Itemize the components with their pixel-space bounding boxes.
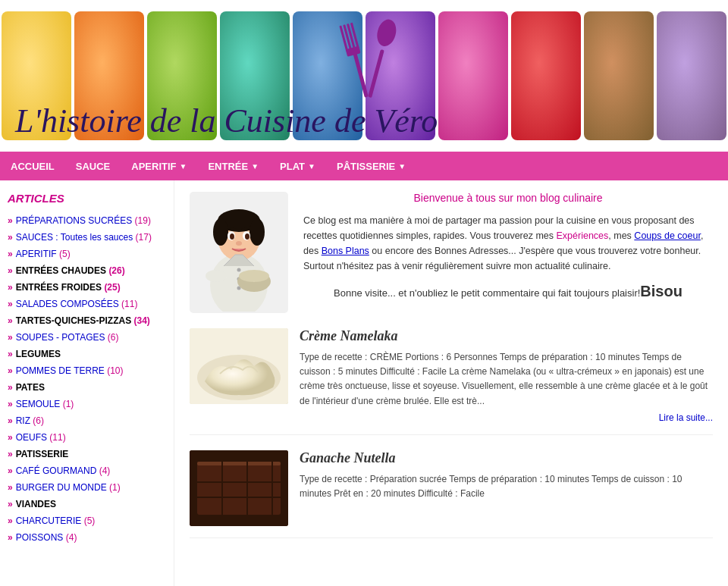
bullet-icon: » [8,347,13,361]
nav-sauce[interactable]: SAUCE [65,152,121,180]
chef-illustration [190,192,288,313]
macaron-pink [438,11,508,140]
bullet-icon: » [8,464,13,478]
chocolate-image [190,450,288,526]
article-thumb-namelaka [190,328,288,404]
sidebar-link-riz[interactable]: RIZ (6) [16,414,44,428]
sidebar-item-salades: » SALADES COMPOSÉES (11) [8,297,166,311]
sidebar-link-entrees-chaudes[interactable]: ENTRÉES CHAUDES (26) [16,264,125,277]
aperitif-dropdown-arrow: ▼ [180,162,187,171]
sidebar-link-tartes[interactable]: TARTES-QUICHES-PIZZAS (34) [16,314,150,327]
sidebar-item-patisserie: » PATISSERIE [8,447,166,461]
article-content-nutella: Ganache Nutella Type de recette : Prépar… [300,450,713,526]
read-more-namelaka-link[interactable]: Lire la suite... [659,412,713,423]
bullet-icon: » [8,364,13,378]
nav-plat[interactable]: PLAT ▼ [269,152,326,180]
bullet-icon: » [8,497,13,511]
svg-point-19 [237,268,241,271]
bullet-icon: » [8,397,13,411]
article-desc-nutella: Type de recette : Préparation sucrée Tem… [300,472,713,501]
header-banner: L'histoire de la Cuisine de Véro [0,0,728,152]
sidebar-link-viandes[interactable]: VIANDES [16,497,56,511]
article-thumb-nutella [190,450,288,526]
sidebar-link-salades[interactable]: SALADES COMPOSÉES (11) [16,297,138,311]
main-layout: ARTICLES » PRÉPARATIONS SUCRÉES (19) » S… [0,180,728,586]
svg-point-23 [239,270,269,282]
welcome-closing: Bonne visite... et n'oubliez le petit co… [303,283,713,300]
article-ganache-nutella: Ganache Nutella Type de recette : Prépar… [190,450,713,538]
entree-dropdown-arrow: ▼ [251,162,259,171]
sidebar-link-aperitif[interactable]: APERITIF (5) [16,247,71,261]
nav-patisserie[interactable]: PÂTISSERIE ▼ [326,152,416,180]
sidebar-link-cafe-gourmand[interactable]: CAFÉ GOURMAND (4) [16,464,111,478]
bullet-icon: » [8,230,13,244]
sidebar-link-preparations-sucrees[interactable]: PRÉPARATIONS SUCRÉES (19) [16,214,151,227]
svg-point-18 [236,241,242,246]
sidebar-item-burger: » BURGER DU MONDE (1) [8,481,166,494]
article-title-nutella: Ganache Nutella [300,450,713,466]
sidebar-link-oeufs[interactable]: OEUFS (11) [16,431,66,444]
svg-rect-29 [197,462,281,465]
coups-de-coeur-link[interactable]: Coups de coeur [634,230,701,241]
sidebar-item-soupes: » SOUPES - POTAGES (6) [8,331,166,344]
sidebar-item-tartes: » TARTES-QUICHES-PIZZAS (34) [8,314,166,327]
sidebar-item-entrees-froides: » ENTRÉES FROIDES (25) [8,280,166,294]
sidebar-item-aperitif: » APERITIF (5) [8,247,166,261]
sidebar-link-entrees-froides[interactable]: ENTRÉES FROIDES (25) [16,280,121,294]
bons-plans-link[interactable]: Bons Plans [322,246,369,256]
sidebar-link-soupes[interactable]: SOUPES - POTAGES (6) [16,331,119,344]
sidebar-title: ARTICLES [8,192,166,205]
nav-entree[interactable]: ENTRÉE ▼ [197,152,269,180]
svg-point-12 [213,218,228,246]
sidebar-item-legumes: » LEGUMES [8,347,166,361]
read-more-namelaka: Lire la suite... [300,412,713,423]
bullet-icon: » [8,331,13,344]
bullet-icon: » [8,247,13,261]
sidebar-item-pommes-de-terre: » POMMES DE TERRE (10) [8,364,166,378]
sidebar-link-burger[interactable]: BURGER DU MONDE (1) [16,481,121,494]
sidebar-item-viandes: » VIANDES [8,497,166,511]
sidebar-link-legumes[interactable]: LEGUMES [16,347,61,361]
welcome-headline: Bienvenue à tous sur mon blog culinaire [303,192,713,204]
sidebar-link-pommes-de-terre[interactable]: POMMES DE TERRE (10) [16,364,124,378]
sidebar-link-poissons[interactable]: POISSONS (4) [16,531,77,544]
sidebar-link-semoule[interactable]: SEMOULE (1) [16,397,74,411]
bullet-icon: » [8,381,13,394]
macaron-lavender [657,11,726,140]
cream-image [190,328,288,404]
sidebar-item-semoule: » SEMOULE (1) [8,397,166,411]
bullet-icon: » [8,531,13,544]
sidebar-link-patisserie[interactable]: PATISSERIE [16,447,69,461]
welcome-section: Bienvenue à tous sur mon blog culinaire … [190,192,713,313]
article-title-namelaka: Crème Namelaka [300,328,713,344]
welcome-text-area: Bienvenue à tous sur mon blog culinaire … [303,192,713,313]
sidebar-item-entrees-chaudes: » ENTRÉES CHAUDES (26) [8,264,166,277]
bullet-icon: » [8,514,13,528]
sidebar-link-charcuterie[interactable]: CHARCUTERIE (5) [16,514,96,528]
svg-point-24 [206,270,227,282]
sidebar-item-cafe-gourmand: » CAFÉ GOURMAND (4) [8,464,166,478]
nav-aperitif[interactable]: APERITIF ▼ [121,152,197,180]
svg-point-17 [245,233,249,240]
nav-accueil[interactable]: ACCUEIL [0,152,65,180]
bullet-icon: » [8,297,13,311]
bullet-icon: » [8,264,13,277]
utensils-icon [318,11,410,102]
article-content-namelaka: Crème Namelaka Type de recette : CRÈME P… [300,328,713,423]
svg-point-13 [249,218,265,246]
article-creme-namelaka: Crème Namelaka Type de recette : CRÈME P… [190,328,713,435]
sidebar-link-pates[interactable]: PATES [16,381,45,394]
bullet-icon: » [8,431,13,444]
sidebar-link-sauces[interactable]: SAUCES : Toutes les sauces (17) [16,230,152,244]
macaron-brown [584,11,654,140]
svg-rect-5 [346,46,361,57]
sidebar-item-preparations-sucrees: » PRÉPARATIONS SUCRÉES (19) [8,214,166,227]
welcome-body: Ce blog est ma manière à moi de partager… [303,213,713,274]
bullet-icon: » [8,314,13,327]
svg-rect-0 [353,53,368,98]
site-title: L'histoire de la Cuisine de Véro [15,102,438,140]
svg-point-7 [375,17,399,49]
sidebar-item-poissons: » POISSONS (4) [8,531,166,544]
macaron-red [511,11,581,140]
patisserie-dropdown-arrow: ▼ [398,162,406,171]
